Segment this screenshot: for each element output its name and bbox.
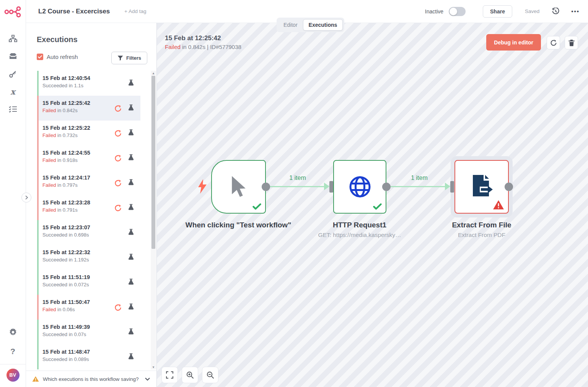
workflows-icon[interactable]: [5, 30, 21, 47]
flask-icon[interactable]: [128, 328, 134, 335]
toggle-knob: [450, 8, 457, 15]
workflow-canvas[interactable]: 15 Feb at 12:25:42 Failed in 0.842s | ID…: [157, 23, 588, 387]
retry-icon[interactable]: [114, 130, 122, 137]
execution-time: 15 Feb at 12:25:42: [165, 34, 241, 42]
execution-list-item[interactable]: 15 Feb at 12:24:55Failed in 0.918s: [37, 145, 140, 170]
execution-list-item[interactable]: 15 Feb at 11:48:47Succeeded in 0.089s: [37, 345, 140, 369]
filters-button[interactable]: Filters: [111, 52, 147, 64]
node-when-clicking-test-workflow[interactable]: [211, 160, 266, 214]
more-options-icon[interactable]: •••: [571, 8, 580, 15]
execution-status-text: Succeeded in 1.192s: [42, 257, 90, 263]
execution-summary: 15 Feb at 11:51:19Succeeded in 0.072s: [42, 274, 90, 287]
execution-list-item[interactable]: 15 Feb at 12:23:07Succeeded in 0.698s: [37, 220, 140, 245]
panel-collapse-button[interactable]: [21, 193, 31, 202]
variables-icon[interactable]: x: [5, 83, 21, 100]
tab-executions[interactable]: Executions: [303, 19, 343, 31]
flask-icon[interactable]: [128, 254, 134, 260]
executions-list: 15 Feb at 12:40:54Succeeded in 1.1s15 Fe…: [26, 71, 151, 371]
execution-list-item[interactable]: 15 Feb at 12:23:28Failed in 0.791s: [37, 195, 140, 220]
execution-actions: [108, 295, 140, 320]
saving-question-bar[interactable]: Which executions is this workflow saving…: [26, 371, 156, 387]
node-http-request1[interactable]: [333, 160, 386, 214]
retry-icon[interactable]: [114, 155, 122, 162]
flask-icon[interactable]: [128, 353, 134, 360]
node-label: When clicking "Test workflow": [181, 219, 296, 231]
execution-list-item[interactable]: 15 Feb at 11:50:47Failed in 0.06s: [37, 295, 140, 320]
execution-list-item[interactable]: 15 Feb at 12:24:17Failed in 0.797s: [37, 170, 140, 195]
cursor-icon: [230, 176, 248, 198]
scroll-up-icon[interactable]: ▲: [151, 71, 156, 75]
execution-detail-header: 15 Feb at 12:25:42 Failed in 0.842s | ID…: [165, 34, 241, 50]
execution-timestamp: 15 Feb at 11:48:47: [42, 349, 90, 355]
debug-in-editor-button[interactable]: Debug in editor: [486, 34, 541, 51]
avatar[interactable]: BV: [7, 369, 20, 382]
templates-icon[interactable]: [5, 47, 21, 65]
connection-line[interactable]: [391, 186, 447, 187]
flask-icon[interactable]: [128, 154, 134, 161]
settings-icon[interactable]: [5, 323, 21, 341]
saved-status: Saved: [525, 8, 539, 14]
execution-list-item[interactable]: 15 Feb at 11:49:39Succeeded in 0.07s: [37, 320, 140, 345]
execution-summary: 15 Feb at 11:49:39Succeeded in 0.07s: [42, 324, 90, 337]
workflow-title[interactable]: L2 Course - Excercises: [38, 8, 110, 15]
output-port[interactable]: [382, 183, 391, 191]
input-port[interactable]: [329, 181, 333, 193]
execution-list-item[interactable]: 15 Feb at 12:40:54Succeeded in 1.1s: [37, 71, 140, 96]
connection-line[interactable]: [270, 186, 325, 187]
help-icon[interactable]: ?: [5, 343, 21, 360]
output-port[interactable]: [262, 183, 270, 191]
execution-list-item[interactable]: 15 Feb at 12:22:32Succeeded in 1.192s: [37, 245, 140, 270]
input-port[interactable]: [450, 181, 454, 193]
flask-icon[interactable]: [128, 129, 134, 136]
retry-icon[interactable]: [114, 204, 122, 212]
node-subtitle: Extract From PDF: [424, 232, 539, 238]
execution-list-item[interactable]: 15 Feb at 11:51:19Succeeded in 0.072s: [37, 270, 140, 295]
status-strip: [37, 195, 39, 220]
share-button[interactable]: Share: [483, 5, 512, 18]
execution-actions: [108, 121, 140, 145]
flask-icon[interactable]: [128, 179, 134, 186]
executions-scrollbar[interactable]: ▲ ▼: [151, 71, 156, 369]
active-toggle[interactable]: [449, 7, 466, 16]
execution-meta: Failed in 0.842s | ID#5779038: [165, 44, 241, 50]
panel-title: Executions: [37, 35, 78, 44]
flask-icon[interactable]: [128, 80, 134, 86]
output-port[interactable]: [505, 183, 513, 191]
execution-timestamp: 15 Feb at 12:24:55: [42, 150, 90, 156]
tab-editor[interactable]: Editor: [278, 20, 303, 30]
delete-execution-icon[interactable]: [565, 36, 578, 49]
execution-actions: [108, 170, 140, 195]
add-tag-button[interactable]: + Add tag: [124, 8, 146, 14]
retry-icon[interactable]: [114, 180, 122, 187]
zoom-out-icon[interactable]: [202, 367, 218, 383]
execution-summary: 15 Feb at 12:40:54Succeeded in 1.1s: [42, 75, 90, 88]
execution-list-item[interactable]: 15 Feb at 12:25:22Failed in 0.732s: [37, 121, 140, 145]
status-strip: [37, 145, 39, 170]
execution-list-item[interactable]: 15 Feb at 12:25:42Failed in 0.842s: [37, 96, 140, 121]
status-strip: [37, 220, 39, 245]
flask-icon[interactable]: [128, 229, 134, 235]
executions-icon[interactable]: [5, 100, 21, 118]
flask-icon[interactable]: [128, 304, 134, 310]
auto-refresh-checkbox[interactable]: Auto refresh: [37, 54, 78, 60]
node-extract-from-file[interactable]: [454, 160, 509, 214]
history-icon[interactable]: [552, 8, 560, 15]
refresh-execution-button[interactable]: [547, 36, 560, 49]
retry-icon[interactable]: [114, 105, 122, 112]
connection-arrow-icon: [445, 183, 450, 190]
scrollbar-thumb[interactable]: [151, 76, 155, 249]
flask-icon[interactable]: [128, 204, 134, 211]
flask-icon[interactable]: [128, 105, 134, 111]
execution-summary: 15 Feb at 11:48:47Succeeded in 0.089s: [42, 349, 90, 362]
execution-status-text: Failed in 0.06s: [42, 307, 90, 312]
scroll-down-icon[interactable]: ▼: [151, 365, 156, 369]
credentials-icon[interactable]: [5, 65, 21, 83]
execution-status-text: Failed in 0.797s: [42, 182, 90, 188]
retry-icon[interactable]: [114, 304, 122, 311]
fit-view-icon[interactable]: [161, 367, 178, 383]
zoom-in-icon[interactable]: [182, 367, 198, 383]
flask-icon[interactable]: [128, 279, 134, 285]
n8n-logo-icon[interactable]: [4, 5, 22, 18]
status-strip: [37, 270, 39, 295]
status-strip: [37, 320, 39, 345]
